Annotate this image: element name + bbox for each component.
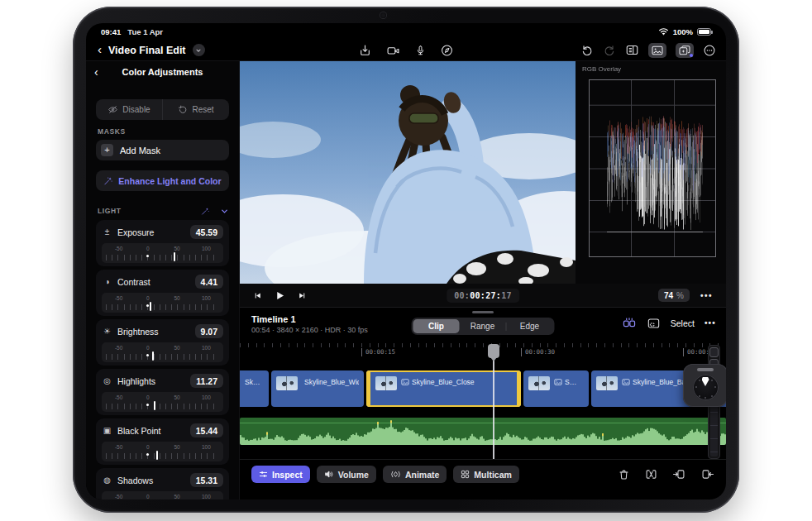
clock: 09:41: [101, 27, 121, 36]
zoom-level-control[interactable]: 74%: [658, 289, 690, 302]
clip-skyline-blue-close-selected[interactable]: Skyline_Blue_Close: [366, 370, 521, 407]
overwrite-icon[interactable]: [700, 468, 714, 480]
clip-skyline-blue-wide[interactable]: Skyline_Blue_Wide: [271, 370, 364, 407]
jog-dial[interactable]: [693, 375, 719, 400]
blade-icon[interactable]: [644, 468, 658, 480]
skip-forward-icon[interactable]: [298, 291, 307, 300]
redo-icon[interactable]: [603, 44, 616, 57]
collapse-chevron-icon[interactable]: [220, 207, 229, 216]
slider-value[interactable]: 45.59: [190, 225, 223, 239]
volume-button[interactable]: Volume: [317, 466, 376, 483]
project-title[interactable]: Video Final Edit: [108, 45, 186, 56]
keyframe-icon: [390, 470, 401, 479]
animate-button[interactable]: Animate: [383, 466, 447, 483]
value-marker[interactable]: [154, 401, 155, 410]
contrast-slider[interactable]: -50 0 50 100: [102, 293, 223, 313]
skip-back-icon[interactable]: [253, 291, 262, 300]
timeline-title[interactable]: Timeline 1: [251, 314, 368, 324]
exposure-slider[interactable]: -50 0 50 100: [102, 243, 223, 263]
viewer-more-button[interactable]: •••: [700, 291, 713, 300]
slider-value[interactable]: 4.41: [195, 275, 223, 289]
reset-button[interactable]: Reset: [162, 99, 229, 120]
timecode-minutes: 00:: [470, 291, 485, 300]
project-menu-chevron-icon[interactable]: [193, 44, 205, 56]
value-marker[interactable]: [152, 351, 154, 361]
track-height-toggle-icon[interactable]: [709, 347, 719, 357]
mode-clip[interactable]: Clip: [413, 319, 460, 333]
browser-panel-icon[interactable]: [625, 44, 639, 56]
edit-mode-segmented-control: Clip Range Edge: [412, 318, 555, 335]
back-chevron-icon[interactable]: ‹: [98, 43, 102, 55]
front-camera: [380, 12, 386, 18]
multicam-button[interactable]: Multicam: [453, 466, 519, 483]
slider-card-exposure: ± Exposure 45.59 -50 0 50 100: [96, 220, 229, 266]
mode-edge[interactable]: Edge: [507, 319, 553, 333]
clip-media-icon: [622, 379, 630, 385]
timeline-ruler[interactable]: 00:00:15 00:00:30 00:00:45: [240, 343, 726, 368]
tick-label: -50: [115, 444, 122, 450]
more-options-icon[interactable]: [703, 44, 716, 57]
slider-value[interactable]: 9.07: [195, 324, 223, 338]
play-button[interactable]: [275, 290, 285, 301]
tick-label: 50: [174, 444, 180, 450]
microphone-icon[interactable]: [415, 44, 427, 57]
insert-icon[interactable]: [672, 468, 686, 480]
shadows-slider[interactable]: -50 0 50 100: [102, 491, 223, 499]
brightness-slider[interactable]: -50 0 50 100: [102, 342, 223, 362]
video-viewer[interactable]: [240, 61, 576, 284]
slider-value[interactable]: 15.44: [190, 423, 223, 437]
jog-drag-handle[interactable]: [697, 368, 714, 371]
playhead-handle[interactable]: [488, 344, 499, 358]
camera-icon[interactable]: [386, 44, 401, 57]
value-marker[interactable]: [174, 252, 175, 261]
inspect-button[interactable]: Inspect: [251, 466, 310, 483]
export-icon[interactable]: [359, 44, 372, 57]
timecode-display[interactable]: 00:00:27:17: [447, 289, 519, 303]
tick-marks: [106, 453, 219, 459]
value-marker[interactable]: [150, 302, 151, 311]
panel-resize-handle[interactable]: [472, 311, 494, 313]
panel-header: ‹ Color Adjustments: [86, 61, 239, 83]
audio-track[interactable]: [240, 418, 726, 445]
dial-dot: [699, 380, 700, 381]
color-adjustments-panel: ‹ Color Adjustments Disable Reset MASKS …: [86, 61, 240, 499]
tick-label: 50: [174, 246, 180, 251]
playhead-line[interactable]: [493, 358, 494, 459]
delete-icon[interactable]: [618, 468, 630, 481]
tick-label: 50: [174, 494, 180, 499]
disable-button[interactable]: Disable: [96, 99, 162, 120]
media-library-icon[interactable]: [648, 43, 666, 58]
clip-s[interactable]: S…: [523, 370, 589, 407]
light-section-label: LIGHT: [98, 207, 122, 215]
timeline-more-button[interactable]: •••: [705, 318, 716, 327]
value-marker[interactable]: [156, 451, 158, 460]
tick-marks: [106, 255, 219, 260]
slider-value[interactable]: 15.31: [190, 473, 223, 487]
tick-marks: [106, 404, 219, 409]
tick-label: 100: [202, 494, 211, 499]
select-button[interactable]: Select: [671, 318, 695, 328]
black-point-slider[interactable]: -50 0 50 100: [102, 442, 223, 461]
mode-range[interactable]: Range: [460, 319, 506, 333]
add-mask-button[interactable]: + Add Mask: [96, 140, 229, 160]
tick-label: 50: [174, 295, 180, 301]
effects-icon[interactable]: [676, 43, 694, 58]
jog-wheel[interactable]: [683, 364, 726, 407]
panel-back-chevron-icon[interactable]: ‹: [94, 65, 98, 79]
slider-card-brightness: ☀ Brightness 9.07 -50 0 50 100: [96, 319, 229, 366]
dial-dot: [695, 386, 697, 388]
snapping-icon[interactable]: [622, 317, 637, 329]
annotate-icon[interactable]: [441, 44, 454, 57]
panel-title: Color Adjustments: [86, 67, 239, 77]
clip-partial[interactable]: Sk…: [240, 370, 269, 407]
slider-value[interactable]: 11.27: [190, 374, 223, 388]
slider-label: Highlights: [117, 376, 155, 386]
highlights-slider[interactable]: -50 0 50 100: [102, 392, 223, 412]
enhance-light-color-button[interactable]: Enhance Light and Color: [96, 170, 229, 191]
add-mask-label: Add Mask: [120, 146, 160, 155]
dial-dot: [714, 386, 716, 388]
auto-enhance-icon[interactable]: [201, 207, 210, 216]
dial-pointer: [702, 377, 709, 386]
picture-overlay-icon[interactable]: [647, 318, 661, 329]
undo-icon[interactable]: [580, 44, 594, 57]
